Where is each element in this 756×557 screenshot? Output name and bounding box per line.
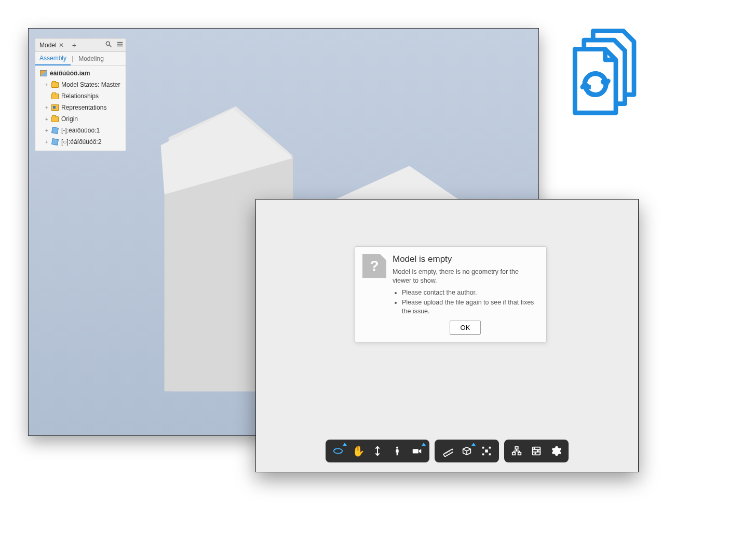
expand-icon[interactable]: + [44, 127, 50, 134]
tree-item-origin[interactable]: + Origin [36, 113, 125, 125]
svg-point-40 [534, 448, 535, 449]
add-tab-button[interactable]: + [68, 41, 80, 49]
close-icon[interactable]: ✕ [59, 38, 64, 52]
svg-rect-21 [443, 449, 453, 457]
tree-item-part-1[interactable]: + [-]:éáíőúüóö:1 [36, 125, 125, 136]
model-browser-button[interactable] [509, 444, 524, 458]
svg-rect-31 [512, 453, 516, 455]
error-message: Model is empty, there is no geometry for… [393, 268, 538, 285]
search-icon[interactable] [103, 41, 114, 49]
error-bullet: Please upload the file again to see if t… [402, 298, 538, 316]
svg-rect-32 [518, 453, 521, 455]
viewer-toolbar: ✋ [326, 440, 569, 462]
panel-subtabs: Assembly | Modeling [35, 52, 126, 65]
explode-button[interactable] [479, 444, 494, 458]
svg-point-11 [106, 42, 110, 45]
settings-button[interactable] [549, 444, 563, 458]
expand-icon[interactable]: + [44, 104, 50, 111]
error-suggestions: Please contact the author. Please upload… [402, 288, 538, 316]
svg-point-18 [396, 447, 398, 449]
folder-icon [51, 92, 59, 100]
svg-rect-25 [485, 449, 488, 453]
menu-icon[interactable] [114, 41, 126, 49]
panel-tab-label: Model [39, 38, 57, 52]
forge-viewer-window: ? Model is empty Model is empty, there i… [255, 199, 639, 472]
svg-rect-19 [413, 449, 419, 453]
representations-icon [51, 104, 59, 111]
tree-label: Origin [61, 115, 125, 123]
toolbar-group-navigation: ✋ [326, 440, 429, 462]
tree-root[interactable]: éáíőúüóö.iam [36, 68, 125, 79]
pan-button[interactable]: ✋ [350, 444, 365, 458]
tree-label: Relationships [61, 92, 125, 100]
toolbar-group-panels [504, 440, 569, 462]
svg-rect-30 [515, 447, 518, 449]
part-icon [51, 127, 59, 134]
subtab-separator: | [71, 55, 74, 62]
toolbar-group-analyze [435, 440, 499, 462]
svg-rect-28 [482, 454, 484, 456]
panel-tab-model[interactable]: Model ✕ [35, 38, 68, 52]
zoom-button[interactable] [370, 444, 385, 458]
svg-rect-29 [489, 454, 491, 456]
svg-line-12 [110, 45, 112, 47]
svg-rect-26 [482, 447, 484, 449]
assembly-icon [39, 70, 48, 77]
sync-documents-icon [561, 25, 652, 116]
tree-label: Representations [61, 104, 125, 111]
tree-item-model-states[interactable]: + Model States: Master [36, 79, 125, 90]
expand-icon[interactable]: + [44, 139, 50, 145]
error-title: Model is empty [393, 254, 538, 264]
tree-item-part-2[interactable]: + [○]:éáíőúüóö:2 [36, 136, 125, 148]
expand-icon[interactable]: + [44, 82, 50, 88]
panel-tabbar: Model ✕ + [35, 38, 126, 52]
subtab-assembly[interactable]: Assembly [35, 52, 71, 65]
folder-icon [51, 115, 59, 123]
folder-icon [51, 81, 59, 88]
model-tree: éáíőúüóö.iam + Model States: Master Rela… [35, 65, 126, 151]
ok-button[interactable]: OK [450, 321, 481, 335]
model-browser-panel: Model ✕ + Assembly | Modeling éáíőúüóö.i… [35, 38, 126, 151]
svg-point-42 [535, 453, 536, 454]
svg-point-41 [537, 450, 538, 452]
tree-label: Model States: Master [61, 81, 125, 88]
tree-item-representations[interactable]: + Representations [36, 102, 125, 113]
part-icon [51, 138, 59, 145]
tree-item-relationships[interactable]: Relationships [36, 90, 125, 102]
question-file-icon: ? [362, 254, 386, 278]
tree-root-label: éáíőúüóö.iam [50, 70, 125, 77]
tree-label: [○]:éáíőúüóö:2 [61, 138, 125, 145]
subtab-modeling[interactable]: Modeling [74, 52, 108, 65]
svg-rect-27 [489, 447, 491, 449]
section-button[interactable] [460, 444, 474, 458]
error-dialog: ? Model is empty Model is empty, there i… [355, 246, 547, 342]
expand-icon[interactable]: + [44, 116, 50, 122]
camera-button[interactable] [410, 444, 424, 458]
tree-label: [-]:éáíőúüóö:1 [61, 127, 125, 134]
svg-marker-20 [419, 449, 422, 453]
first-person-button[interactable] [390, 444, 404, 458]
error-bullet: Please contact the author. [402, 288, 538, 297]
orbit-button[interactable] [331, 444, 345, 458]
measure-button[interactable] [440, 444, 454, 458]
properties-button[interactable] [529, 444, 544, 458]
